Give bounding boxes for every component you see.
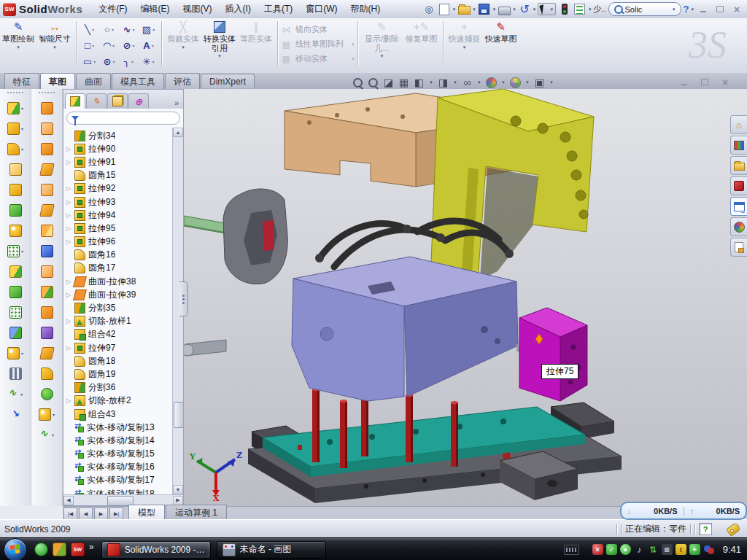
toolbar-button[interactable]	[9, 265, 22, 278]
menu-item[interactable]: 编辑(E)	[135, 1, 176, 18]
appearances-icon[interactable]	[730, 217, 747, 236]
ribbon-tab[interactable]: 草图	[40, 73, 75, 90]
home-icon[interactable]	[730, 115, 747, 134]
expand-arrow-icon[interactable]: ▷	[66, 212, 74, 219]
new-dropdown-icon[interactable]: ▾	[453, 7, 456, 12]
graphics-area[interactable]: 拉伸75 Y Z X	[184, 89, 747, 506]
feature-tree-item[interactable]: ▷ 实体-移动/复制17	[66, 474, 172, 487]
part-selected-extrude75[interactable]	[519, 308, 587, 401]
feature-tree-item[interactable]: ▷ 分割35	[66, 301, 172, 314]
feature-tree-item[interactable]: ▷ 组合43	[66, 408, 172, 421]
sketch-entity-icon[interactable]: ⊙	[99, 53, 119, 69]
feature-tree-item[interactable]: ▷ 组合42	[66, 328, 172, 341]
feature-tree-item[interactable]: ▷ 实体-移动/复制15	[66, 448, 172, 461]
scroll-up-icon[interactable]: ▲	[173, 128, 183, 137]
tag-icon[interactable]	[726, 522, 741, 537]
toolbar-button[interactable]	[41, 265, 53, 278]
display-style-icon[interactable]: ◧	[413, 76, 425, 89]
solidworks-launcher-icon[interactable]: SW	[71, 542, 85, 556]
toolbar-button[interactable]	[7, 122, 20, 135]
keyboard-layout-icon[interactable]	[564, 545, 579, 555]
prev-tab-button[interactable]: ◀	[79, 508, 93, 520]
expand-arrow-icon[interactable]: ▷	[66, 146, 74, 152]
expand-arrow-icon[interactable]: ▷	[66, 185, 74, 192]
edit-appearance-icon[interactable]	[485, 76, 498, 89]
toolbar-button[interactable]	[9, 306, 22, 319]
toolbar-grip[interactable]	[7, 92, 23, 96]
apply-scene-icon[interactable]	[509, 76, 522, 89]
menu-item[interactable]: 插入(I)	[220, 1, 257, 18]
scroll-down-icon[interactable]: ▼	[173, 485, 183, 494]
repair-sketch-button[interactable]: +✎ 修复草图	[404, 20, 439, 44]
menu-item[interactable]: 文件(F)	[93, 1, 133, 18]
select-tool[interactable]: ▾	[538, 3, 556, 15]
featuremanager-tab[interactable]	[65, 93, 85, 109]
linear-pattern-button[interactable]: ▦ 线性草图阵列 ▾	[281, 37, 355, 51]
sketch-dropdown-icon[interactable]: ▾	[17, 44, 20, 50]
antivirus-icon[interactable]: ×	[592, 544, 603, 555]
close-button[interactable]: ×	[729, 4, 744, 15]
feature-tree-item[interactable]: ▷ 拉伸90	[66, 142, 172, 155]
feature-tree-item[interactable]: ▷ 切除-放样1	[66, 315, 172, 328]
help-dropdown-icon[interactable]: ▾	[691, 7, 694, 12]
menu-item[interactable]: 窗口(W)	[300, 1, 343, 18]
sketch-entity-icon[interactable]: ○	[99, 21, 119, 37]
toolbar-button[interactable]	[41, 122, 53, 135]
toolbar-button[interactable]	[9, 327, 22, 339]
linear-pattern-dropdown-icon[interactable]: ▾	[347, 42, 355, 47]
ribbon-tab[interactable]: 模具工具	[112, 73, 164, 90]
toolbar-button[interactable]	[8, 389, 19, 400]
quick-tips-button[interactable]: ?	[699, 523, 712, 535]
start-button[interactable]	[4, 538, 27, 560]
tree-filter-box[interactable]	[66, 112, 180, 125]
feature-tree-item[interactable]: ▷ 实体-移动/复制18	[66, 487, 172, 494]
hidden-lines-icon[interactable]: ◨	[437, 76, 449, 89]
interference-check-icon[interactable]	[558, 3, 571, 16]
toolbar-button[interactable]	[7, 245, 20, 257]
search-input[interactable]: Solic	[625, 5, 643, 14]
feature-tree-item[interactable]: ▷ 圆角16	[66, 249, 172, 262]
open-document-icon[interactable]	[457, 3, 471, 16]
security-plus-icon[interactable]: +	[689, 544, 700, 555]
toolbar-button[interactable]	[41, 327, 53, 339]
toolbar-button[interactable]	[9, 163, 22, 176]
volume-icon[interactable]: ♪	[634, 544, 645, 555]
part-guide-peg[interactable]	[184, 340, 226, 356]
feature-tree-item[interactable]: ▷ 拉伸95	[66, 222, 172, 235]
doc-close-button[interactable]: ×	[718, 77, 732, 88]
sketch-entity-icon[interactable]: ╲	[80, 21, 99, 37]
toolbar-button[interactable]	[39, 163, 55, 176]
first-tab-button[interactable]: |◀	[63, 508, 77, 520]
propertymanager-tab[interactable]: ✎	[86, 93, 107, 109]
document-tab[interactable]: 模型	[128, 505, 165, 520]
options-dropdown-icon[interactable]: ▾	[589, 7, 592, 12]
toolbar-button[interactable]	[41, 388, 53, 400]
sketch-entity-icon[interactable]: ◠	[99, 37, 119, 53]
toolbar-button[interactable]	[41, 306, 53, 319]
save-dropdown-icon[interactable]: ▾	[493, 7, 496, 12]
feature-tree-item[interactable]: ▷ 拉伸97	[66, 341, 172, 354]
feature-tree-item[interactable]: ▷ 拉伸93	[66, 195, 172, 209]
feature-tree-item[interactable]: ▷ 曲面-拉伸39	[66, 288, 172, 301]
dropdown-arrow-icon[interactable]: ▾	[549, 76, 554, 89]
display-delete-relations-button[interactable]: ✎ 显示/删除几... ▾	[362, 20, 403, 59]
toolbar-button[interactable]	[9, 286, 22, 298]
search-box[interactable]: Solic ▾	[608, 2, 681, 16]
toolbar-button[interactable]	[41, 286, 53, 298]
expand-arrow-icon[interactable]: ▷	[66, 318, 74, 324]
part-clamp-bracket[interactable]	[430, 89, 594, 290]
expand-arrow-icon[interactable]: ▷	[66, 238, 74, 245]
expand-arrow-icon[interactable]: ▷	[66, 225, 74, 232]
feature-tree-item[interactable]: ▷ 圆角18	[66, 354, 172, 368]
menu-item[interactable]: 帮助(H)	[345, 1, 387, 18]
toolbar-button[interactable]	[9, 204, 22, 217]
feature-tree-item[interactable]: ▷ 切除-放样2	[66, 394, 172, 408]
quick-snaps-button[interactable]: ⌖ 快速捕捉 ▾	[447, 20, 482, 50]
dual-status-icon[interactable]	[703, 544, 714, 555]
pin-toolbar-icon[interactable]: ◎	[422, 3, 436, 16]
sketch-entity-icon[interactable]: ▭	[80, 53, 99, 69]
convert-entities-button[interactable]: 转换实体引用 ▾	[202, 20, 237, 59]
save-icon[interactable]	[478, 3, 491, 16]
tree-horizontal-scrollbar[interactable]: ◀ ▶	[63, 494, 183, 505]
undo-dropdown-icon[interactable]: ▾	[533, 7, 536, 12]
